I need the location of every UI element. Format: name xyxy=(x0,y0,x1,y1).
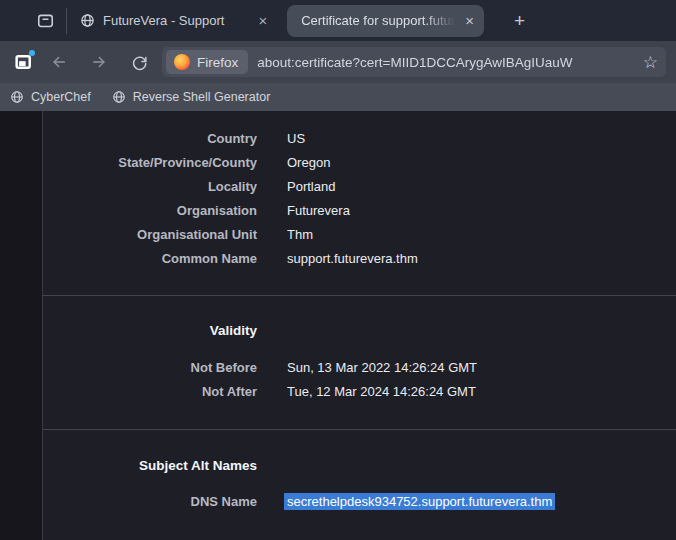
certificate-table: Country US State/Province/County Oregon … xyxy=(42,111,676,540)
bookmark-label: CyberChef xyxy=(31,90,91,104)
cert-row-country: Country US xyxy=(43,126,676,150)
browser-window: FutureVera - Support × Certificate for s… xyxy=(0,0,676,540)
globe-icon xyxy=(80,13,95,28)
section-heading: Subject Alt Names xyxy=(43,457,257,475)
forward-button[interactable] xyxy=(84,47,114,77)
subject-alt-names-section: Subject Alt Names DNS Name secrethelpdes… xyxy=(43,429,676,540)
bookmarks-toolbar: CyberChef Reverse Shell Generator xyxy=(0,83,676,111)
cert-row-not-after: Not After Tue, 12 Mar 2024 14:26:24 GMT xyxy=(43,379,676,403)
row-label: Country xyxy=(43,131,257,146)
reload-button[interactable] xyxy=(124,47,154,77)
tabbar-separator xyxy=(66,8,67,34)
back-button[interactable] xyxy=(44,47,74,77)
bookmark-star-icon[interactable]: ☆ xyxy=(643,54,658,71)
row-value: Tue, 12 Mar 2024 14:26:24 GMT xyxy=(287,384,476,399)
page-gutter xyxy=(0,111,42,540)
row-value: Thm xyxy=(287,227,313,242)
row-label: Organisational Unit xyxy=(43,227,257,242)
address-bar[interactable]: Firefox about:certificate?cert=MIID1DCCA… xyxy=(162,47,666,77)
notification-dot xyxy=(29,50,35,56)
dns-name-selected-text[interactable]: secrethelpdesk934752.support.futurevera.… xyxy=(284,493,555,510)
tab-overview-area xyxy=(0,0,66,41)
cert-row-common-name: Common Name support.futurevera.thm xyxy=(43,246,676,270)
url-text[interactable]: about:certificate?cert=MIID1DCCArygAwIBA… xyxy=(257,55,636,70)
cert-row-organisational-unit: Organisational Unit Thm xyxy=(43,222,676,246)
container-window-icon[interactable] xyxy=(12,50,36,74)
close-tab-icon[interactable]: × xyxy=(461,11,478,30)
container-badge-label: Firefox xyxy=(197,55,238,70)
cert-row-locality: Locality Portland xyxy=(43,174,676,198)
bookmark-label: Reverse Shell Generator xyxy=(133,90,271,104)
row-label: Organisation xyxy=(43,203,257,218)
firefox-logo-icon xyxy=(174,54,190,70)
cert-row-state: State/Province/County Oregon xyxy=(43,150,676,174)
row-value: Futurevera xyxy=(287,203,350,218)
row-label: Not Before xyxy=(43,360,257,375)
bookmark-cyberchef[interactable]: CyberChef xyxy=(10,90,91,104)
navigation-toolbar: Firefox about:certificate?cert=MIID1DCCA… xyxy=(0,41,676,83)
cert-row-organisation: Organisation Futurevera xyxy=(43,198,676,222)
row-label: State/Province/County xyxy=(43,155,257,170)
row-label: Locality xyxy=(43,179,257,194)
certificate-page: Country US State/Province/County Oregon … xyxy=(0,111,676,540)
row-label: Common Name xyxy=(43,251,257,266)
row-label: Not After xyxy=(43,384,257,399)
tab-certificate[interactable]: Certificate for support.futur × xyxy=(287,5,484,37)
tab-title: Certificate for support.futur xyxy=(301,13,459,28)
close-tab-icon[interactable]: × xyxy=(254,11,271,30)
cert-row-dns-name: DNS Name secrethelpdesk934752.support.fu… xyxy=(43,489,676,513)
section-heading: Validity xyxy=(43,322,257,340)
tab-title: FutureVera - Support xyxy=(103,13,224,28)
row-value: Oregon xyxy=(287,155,330,170)
bookmark-reverse-shell-generator[interactable]: Reverse Shell Generator xyxy=(112,90,271,104)
row-value: support.futurevera.thm xyxy=(287,251,418,266)
row-value: US xyxy=(287,131,305,146)
validity-section: Validity Not Before Sun, 13 Mar 2022 14:… xyxy=(43,295,676,429)
row-label: DNS Name xyxy=(43,494,257,509)
container-badge[interactable]: Firefox xyxy=(166,50,248,74)
tab-futurevera-support[interactable]: FutureVera - Support × xyxy=(80,11,271,30)
cert-row-not-before: Not Before Sun, 13 Mar 2022 14:26:24 GMT xyxy=(43,355,676,379)
row-value: Sun, 13 Mar 2022 14:26:24 GMT xyxy=(287,360,477,375)
tab-bar: FutureVera - Support × Certificate for s… xyxy=(0,0,676,41)
new-tab-button[interactable]: + xyxy=(508,10,531,32)
toolbox-icon[interactable] xyxy=(36,11,55,30)
row-value: Portland xyxy=(287,179,335,194)
subject-name-section: Country US State/Province/County Oregon … xyxy=(43,111,676,295)
